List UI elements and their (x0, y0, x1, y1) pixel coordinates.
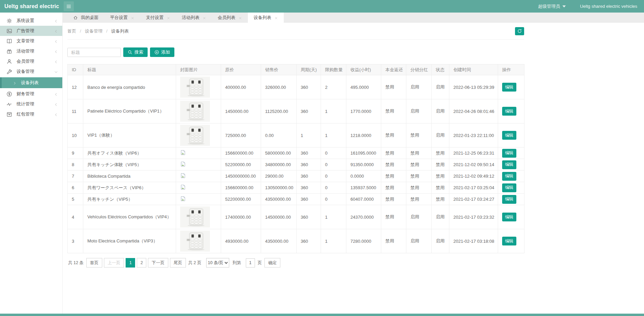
close-icon[interactable] (167, 16, 170, 20)
pagination-first-button[interactable]: 首页 (86, 258, 102, 268)
envelope-icon (6, 112, 12, 117)
cell-created-at: 2021-02-17 03:25:04 (449, 182, 498, 194)
cell-sale-price: 34800000.00 (261, 159, 297, 171)
cell-sale-price: 43500000.00 (261, 194, 297, 205)
sidebar-item-system-settings[interactable]: 系统设置 (0, 16, 62, 26)
add-button[interactable]: 添加 (150, 47, 174, 57)
cell-sale-price: 29000.00 (261, 171, 297, 182)
sidebar-item-label: 系统设置 (17, 18, 54, 24)
cell-period-days: 360 (297, 159, 321, 171)
close-icon[interactable] (131, 16, 134, 20)
search-input[interactable] (67, 48, 121, 57)
cell-cover-image (176, 229, 221, 253)
sidebar-item-article-management[interactable]: 文章管理 (0, 36, 62, 46)
cell-principal-return: 禁用 (381, 99, 406, 123)
pagination-bar: 共 12 条首页上一页12下一页尾页共 2 页10 条/页到第页确定 (67, 258, 644, 268)
edit-button[interactable]: 编辑 (502, 131, 516, 140)
close-icon[interactable] (238, 16, 242, 20)
tab-platform-settings[interactable]: 平台设置 (104, 13, 140, 23)
refresh-button[interactable] (515, 27, 524, 35)
edit-button[interactable]: 编辑 (502, 149, 516, 158)
cell-sale-price: 58000000.00 (261, 147, 297, 159)
pagination-confirm-button[interactable]: 确定 (264, 258, 280, 268)
cell-distribution: 禁用 (406, 147, 432, 159)
caret-down-icon (562, 5, 566, 7)
chevron-left-icon (54, 39, 58, 43)
sidebar-item-label: 会员管理 (17, 58, 54, 64)
cell-id: 11 (68, 99, 83, 123)
sidebar-item-member-management[interactable]: 会员管理 (0, 56, 62, 66)
edit-button[interactable]: 编辑 (502, 172, 516, 181)
bottom-accent-strip (0, 314, 644, 316)
sidebar-subitem-device-list[interactable]: 设备列表 (0, 77, 62, 88)
edit-button[interactable]: 编辑 (502, 183, 516, 192)
cell-original-price: 4930000.00 (221, 229, 261, 253)
pagination-next-button[interactable]: 下一页 (148, 258, 168, 268)
sidebar-item-ad-management[interactable]: 广告管理 (0, 26, 62, 36)
broken-image-icon (180, 174, 186, 179)
cell-principal-return: 禁用 (381, 171, 406, 182)
cell-sale-price: 130500000.00 (261, 182, 297, 194)
tab-activity-list[interactable]: 活动列表 (176, 13, 212, 23)
cell-profit-hour: 161095.0000 (346, 147, 381, 159)
cell-status: 启用 (432, 99, 449, 123)
column-header: 周期(天) (297, 64, 321, 75)
edit-button[interactable]: 编辑 (502, 195, 516, 204)
goto-page-input[interactable] (246, 258, 255, 268)
column-header: 销售价 (261, 64, 297, 75)
breadcrumb-row: 首页/设备管理/设备列表 (67, 23, 524, 40)
cell-profit-hour: 7280.0000 (346, 229, 381, 253)
pagination-page-1[interactable]: 1 (126, 258, 135, 268)
cell-profit-hour: 91350.0000 (346, 159, 381, 171)
tab-device-list[interactable]: 设备列表 (248, 13, 284, 23)
close-icon[interactable] (202, 16, 206, 20)
breadcrumb-item: 设备列表 (111, 28, 129, 34)
chevron-left-icon (54, 29, 58, 33)
sidebar-item-finance-management[interactable]: 财务管理 (0, 89, 62, 99)
cell-actions: 编辑 (498, 147, 524, 159)
hamburger-icon (66, 4, 71, 9)
sidebar-item-label: 广告管理 (17, 28, 54, 34)
cell-original-price: 52200000.00 (221, 159, 261, 171)
page-size-select[interactable]: 10 条/页 (206, 258, 229, 268)
cell-purchase-limit: 1 (321, 99, 346, 123)
edit-button[interactable]: 编辑 (502, 160, 516, 169)
sidebar-item-device-management[interactable]: 设备管理 (0, 66, 62, 77)
search-button[interactable]: 搜索 (123, 47, 148, 57)
tab-payment-settings[interactable]: 支付设置 (140, 13, 176, 23)
cell-profit-hour: 24370.0000 (346, 205, 381, 229)
cell-original-price: 1450000000.00 (221, 171, 261, 182)
home-icon (73, 15, 78, 20)
breadcrumb-item[interactable]: 首页 (67, 28, 76, 34)
close-icon[interactable] (274, 16, 278, 20)
sidebar-item-stats-management[interactable]: 统计管理 (0, 99, 62, 109)
cell-principal-return: 禁用 (381, 182, 406, 194)
cell-profit-hour: 495.0000 (346, 75, 381, 99)
edit-button[interactable]: 编辑 (502, 107, 516, 116)
cell-created-at: 2021-02-17 03:18:08 (449, 229, 498, 253)
cell-status: 禁用 (432, 147, 449, 159)
admin-role-label: 超级管理员 (538, 3, 560, 9)
breadcrumb-item[interactable]: 设备管理 (85, 28, 103, 34)
sidebar-item-redpacket-management[interactable]: 红包管理 (0, 109, 62, 119)
broken-image-icon (180, 197, 186, 202)
tab-member-list[interactable]: 会员列表 (212, 13, 248, 23)
pagination-last-button[interactable]: 尾页 (170, 258, 186, 268)
pagination-goto-label: 到第 (233, 260, 241, 266)
column-header: 状态 (432, 64, 449, 75)
dollar-icon (6, 91, 12, 97)
tab-label: 活动列表 (182, 15, 199, 21)
tab-my-desktop[interactable]: 我的桌面 (67, 13, 104, 23)
edit-button[interactable]: 编辑 (502, 237, 516, 245)
cell-period-days: 360 (297, 229, 321, 253)
cell-id: 9 (68, 147, 83, 159)
pagination-page-2[interactable]: 2 (137, 258, 146, 268)
edit-button[interactable]: 编辑 (502, 83, 516, 92)
admin-role-dropdown[interactable]: 超级管理员 (538, 3, 566, 9)
sidebar-toggle-button[interactable] (64, 1, 74, 11)
edit-button[interactable]: 编辑 (502, 213, 516, 221)
cell-title: VIP1（体験） (83, 123, 176, 147)
cell-profit-hour: 1770.0000 (346, 99, 381, 123)
cell-title: Moto Electrica Compartida（VIP3） (83, 229, 176, 253)
sidebar-item-activity-management[interactable]: 活动管理 (0, 46, 62, 56)
